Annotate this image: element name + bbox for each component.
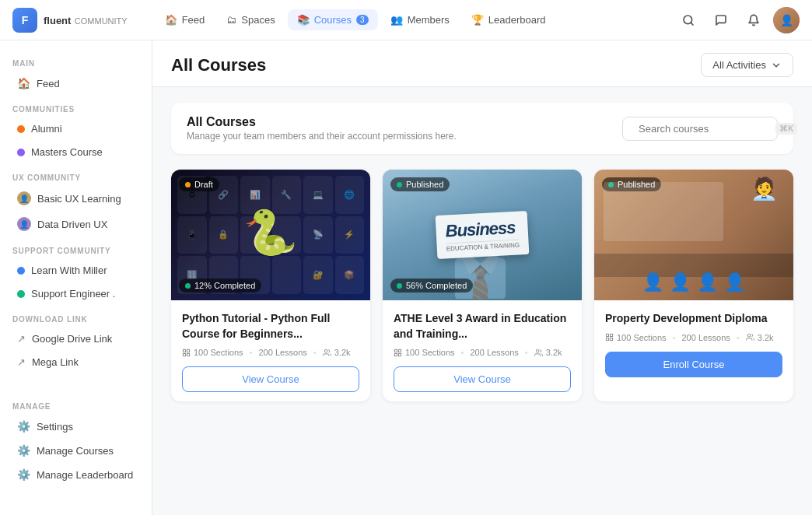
brand-logo-area[interactable]: F fluent COMMUNITY [12, 8, 128, 33]
property-sections-label: 100 Sections [617, 333, 667, 342]
property-enroll-button[interactable]: Enroll Course [605, 352, 782, 377]
sidebar-item-mega[interactable]: ↗ Mega Link [5, 351, 147, 373]
business-students: 3.2k [534, 348, 562, 357]
sidebar-communities-label: COMMUNITIES [0, 96, 152, 117]
python-students: 3.2k [323, 348, 351, 357]
course-grid: ⚙ 🔗 📊 🔧 💻 🌐 📱 🔒 📡 [171, 170, 793, 401]
sep4: • [525, 348, 528, 357]
nav-action-icons: 👤 [675, 7, 800, 33]
content-header-bar: All Courses Manage your team members and… [171, 103, 793, 154]
brand-name: fluent [44, 15, 71, 26]
course-card-business[interactable]: Business EDUCATION & TRAINING 👔 Publishe… [383, 170, 582, 401]
sections-icon-b [394, 349, 402, 357]
course-thumb-business: Business EDUCATION & TRAINING 👔 Publishe… [383, 170, 582, 300]
course-card-property[interactable]: 🧑‍💼 👤 👤 👤 👤 [594, 170, 793, 401]
basic-ux-avatar: 👤 [17, 191, 31, 205]
nav-spaces[interactable]: 🗂 Spaces [217, 9, 284, 30]
user-avatar[interactable]: 👤 [773, 7, 800, 33]
nav-feed[interactable]: 🏠 Feed [156, 9, 215, 30]
meeting-table: 👤 👤 👤 👤 [594, 272, 793, 293]
sidebar-item-settings[interactable]: ⚙️ Settings [5, 415, 147, 438]
nav-feed-label: Feed [182, 14, 205, 26]
sidebar-item-gdrive[interactable]: ↗ Google Drive Link [5, 328, 147, 350]
courses-icon: 📚 [297, 14, 310, 26]
python-sections-label: 100 Sections [194, 348, 243, 357]
home-icon: 🏠 [165, 14, 177, 26]
nav-spaces-label: Spaces [241, 14, 275, 26]
sidebar-feed-label: Feed [37, 78, 60, 89]
property-lessons: 200 Lessons [681, 333, 730, 342]
main-layout: MAIN 🏠 Feed COMMUNITIES Alumni Masters C… [0, 40, 812, 515]
data-driven-avatar: 👤 [17, 217, 31, 231]
learn-miller-dot [17, 267, 25, 275]
property-course-meta: 100 Sections • 200 Lessons • 3.2k [605, 333, 782, 342]
presenter-icon: 🧑‍💼 [751, 176, 778, 201]
svg-rect-16 [606, 338, 608, 341]
sidebar-learn-miller-label: Learn With Miller [31, 265, 107, 276]
sidebar-item-learn-miller[interactable]: Learn With Miller [5, 259, 147, 282]
svg-rect-12 [398, 353, 401, 356]
property-students-count: 3.2k [758, 333, 774, 342]
svg-rect-10 [398, 349, 401, 352]
nav-leaderboard[interactable]: 🏆 Leaderboard [462, 9, 555, 30]
search-box[interactable]: ⌘K [622, 117, 778, 141]
svg-rect-11 [394, 353, 397, 356]
brand-name-text: fluent COMMUNITY [44, 13, 128, 27]
sidebar-main-label: MAIN [0, 50, 152, 71]
published-dot-business [397, 182, 402, 187]
nav-members[interactable]: 👥 Members [381, 9, 459, 30]
students-icon-p [746, 333, 754, 342]
courses-badge: 3 [356, 15, 369, 25]
python-course-info: Python Tutorial - Python Full Course for… [171, 300, 370, 401]
sidebar-item-manage-courses[interactable]: ⚙️ Manage Courses [5, 439, 147, 462]
sep2: • [313, 348, 317, 357]
business-progress-badge: 56% Completed [390, 279, 473, 293]
sep6: • [737, 333, 740, 342]
mega-arrow-icon: ↗ [17, 356, 26, 368]
search-shortcut: ⌘K [775, 123, 797, 135]
content-header-left: All Courses Manage your team members and… [187, 115, 457, 142]
search-icon [682, 14, 695, 26]
students-icon-b [534, 349, 543, 357]
page-header: All Courses All Activities [152, 40, 812, 87]
business-students-count: 3.2k [546, 348, 562, 357]
sections-icon [182, 349, 191, 357]
business-course-meta: 100 Sections • 200 Lessons • 3.2k [394, 348, 571, 357]
chat-button[interactable] [708, 7, 734, 33]
sep3: • [461, 348, 464, 357]
activities-dropdown[interactable]: All Activities [701, 53, 793, 77]
nav-courses[interactable]: 📚 Courses 3 [288, 9, 378, 30]
nav-courses-label: Courses [314, 14, 352, 26]
content-header-subtitle: Manage your team members and their accou… [187, 131, 457, 142]
business-view-button[interactable]: View Course [394, 366, 571, 392]
notifications-button[interactable] [740, 7, 767, 33]
sidebar-item-alumni[interactable]: Alumni [5, 117, 147, 140]
course-thumb-python: ⚙ 🔗 📊 🔧 💻 🌐 📱 🔒 📡 [171, 170, 370, 300]
masters-dot [17, 149, 25, 156]
draft-dot [185, 182, 191, 187]
person4-icon: 👤 [724, 272, 745, 293]
nav-items: 🏠 Feed 🗂 Spaces 📚 Courses 3 👥 Members 🏆 … [156, 9, 656, 30]
course-card-python[interactable]: ⚙ 🔗 📊 🔧 💻 🌐 📱 🔒 📡 [171, 170, 370, 401]
sep5: • [673, 333, 676, 342]
business-text: Business [445, 218, 520, 242]
search-button[interactable] [675, 7, 702, 33]
sidebar-ux-label: UX COMMUNITY [0, 164, 152, 185]
svg-point-13 [536, 349, 539, 352]
sidebar-item-data-driven[interactable]: 👤 Data Driven UX [5, 212, 147, 236]
sidebar-gdrive-label: Google Drive Link [32, 333, 112, 345]
nav-leaderboard-label: Leaderboard [488, 14, 546, 26]
sidebar-item-support-eng[interactable]: Support Engineer . [5, 282, 147, 305]
python-course-meta: 100 Sections • 200 Lessons • 3.2k [182, 348, 359, 357]
search-input[interactable] [639, 123, 769, 135]
sidebar-item-feed[interactable]: 🏠 Feed [5, 72, 147, 95]
chevron-down-icon [771, 60, 782, 71]
sidebar-data-driven-label: Data Driven UX [37, 219, 107, 230]
sidebar-item-masters[interactable]: Masters Course [5, 141, 147, 163]
python-lessons: 200 Lessons [258, 348, 306, 357]
sidebar-item-manage-leaderboard[interactable]: ⚙️ Manage Leaderboard [5, 463, 147, 486]
python-view-button[interactable]: View Course [182, 366, 359, 392]
property-sections: 100 Sections [605, 333, 667, 342]
sidebar-item-basic-ux[interactable]: 👤 Basic UX Learning [5, 186, 147, 211]
avatar-placeholder: 👤 [773, 7, 800, 33]
